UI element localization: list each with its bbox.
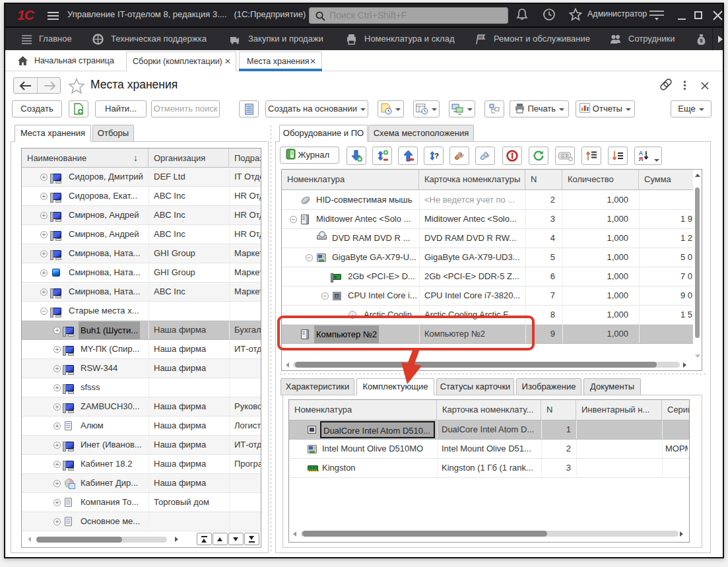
svg-text:0-9: 0-9 xyxy=(562,154,567,158)
svg-text:Я: Я xyxy=(638,156,642,162)
svg-text:?: ? xyxy=(434,152,439,160)
svg-text:$: $ xyxy=(700,38,703,44)
